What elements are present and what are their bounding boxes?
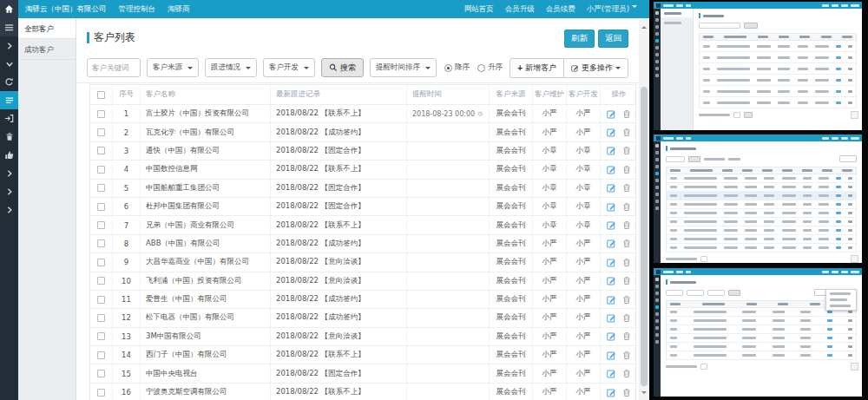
sidebar-export-item[interactable] xyxy=(0,109,18,128)
customer-source: 展会会刊 xyxy=(490,272,533,290)
more-actions-button[interactable]: 更多操作 xyxy=(563,58,628,78)
edit-icon[interactable] xyxy=(607,351,616,360)
develop-select[interactable]: 客户开发 xyxy=(263,58,315,77)
delete-icon[interactable] xyxy=(622,239,631,248)
row-checkbox[interactable] xyxy=(97,277,105,285)
delete-icon[interactable] xyxy=(622,351,631,360)
customer-maintainer: 小严 xyxy=(533,253,567,271)
nav-item-shop[interactable]: 淘驿商 xyxy=(168,4,190,15)
source-select[interactable]: 客户来源 xyxy=(147,58,199,77)
edit-icon[interactable] xyxy=(607,202,616,212)
scrollbar-thumb[interactable] xyxy=(641,87,648,386)
add-customer-button[interactable]: 新增客户 xyxy=(510,58,564,78)
nav-item-member-renew[interactable]: 会员续费 xyxy=(546,4,575,15)
refresh-button[interactable]: 刷新 xyxy=(564,30,595,48)
edit-icon[interactable] xyxy=(607,220,616,230)
delete-icon[interactable] xyxy=(622,369,631,378)
edit-icon[interactable] xyxy=(607,331,616,341)
row-checkbox[interactable] xyxy=(97,147,105,154)
customer-maintainer: 小严 xyxy=(533,235,567,252)
sidebar-group-1[interactable] xyxy=(0,36,18,55)
sidebar-group-2[interactable] xyxy=(0,164,18,182)
nav-item-site-home[interactable]: 网站首页 xyxy=(464,4,494,15)
edit-icon[interactable] xyxy=(607,109,616,119)
edit-icon[interactable] xyxy=(607,239,616,248)
row-checkbox[interactable] xyxy=(97,110,105,118)
scroll-up-arrow[interactable] xyxy=(641,23,647,29)
preview-screenshot-3[interactable] xyxy=(654,268,862,397)
row-checkbox[interactable] xyxy=(97,332,105,340)
remind-time-cell xyxy=(407,384,490,400)
customer-name: 爱普生（中国）有限公司 xyxy=(141,291,271,308)
row-checkbox[interactable] xyxy=(97,128,105,136)
delete-icon[interactable] xyxy=(622,202,631,212)
delete-icon[interactable] xyxy=(622,183,631,193)
delete-icon[interactable] xyxy=(622,276,631,285)
edit-icon[interactable] xyxy=(607,388,616,397)
row-checkbox[interactable] xyxy=(97,166,105,174)
delete-icon[interactable] xyxy=(622,128,631,137)
user-account-menu[interactable]: 小严(管理员) xyxy=(587,4,637,15)
row-checkbox[interactable] xyxy=(97,239,105,247)
preview-screenshot-2[interactable] xyxy=(654,134,862,263)
edit-icon[interactable] xyxy=(607,183,616,193)
sidebar-item-success-customers[interactable]: 成功客户 xyxy=(18,39,76,60)
edit-icon[interactable] xyxy=(607,128,616,137)
delete-icon[interactable] xyxy=(622,220,631,230)
row-checkbox[interactable] xyxy=(97,221,105,229)
edit-icon[interactable] xyxy=(607,313,616,323)
search-button[interactable]: 搜索 xyxy=(321,58,364,77)
sidebar-success-item[interactable] xyxy=(0,146,18,164)
delete-icon[interactable] xyxy=(622,109,631,119)
row-checkbox[interactable] xyxy=(97,184,105,192)
nav-item-member-upgrade[interactable]: 会员升级 xyxy=(505,4,535,15)
row-checkbox[interactable] xyxy=(97,314,105,322)
sidebar-group-expanded[interactable] xyxy=(0,55,18,73)
edit-icon[interactable] xyxy=(607,258,616,267)
delete-icon[interactable] xyxy=(622,388,631,397)
sidebar-followup-item[interactable] xyxy=(0,73,18,91)
row-checkbox[interactable] xyxy=(97,296,105,304)
scroll-down-arrow[interactable] xyxy=(641,391,647,397)
delete-icon[interactable] xyxy=(622,146,631,155)
sidebar-recycle-item[interactable] xyxy=(0,128,18,146)
alarm-icon[interactable] xyxy=(477,109,483,118)
sort-desc-radio[interactable]: 降序 xyxy=(444,62,470,73)
nav-item-console[interactable]: 管理控制台 xyxy=(119,4,156,15)
row-checkbox[interactable] xyxy=(97,259,105,266)
home-icon xyxy=(4,4,14,14)
delete-icon[interactable] xyxy=(622,258,631,267)
keyword-input[interactable] xyxy=(87,58,141,77)
delete-icon[interactable] xyxy=(622,165,631,174)
sidebar-item-all-customers[interactable]: 全部客户 xyxy=(18,18,76,39)
remind-sort-select[interactable]: 提醒时间排序 xyxy=(370,58,437,77)
customer-name: 富士胶片（中国）投资有限公司 xyxy=(141,105,271,122)
customer-name: 大昌华嘉商业（中国）有限公司 xyxy=(141,253,271,271)
delete-icon[interactable] xyxy=(622,331,631,341)
sort-asc-radio[interactable]: 升序 xyxy=(477,62,503,73)
back-button[interactable]: 返回 xyxy=(598,30,628,48)
row-checkbox[interactable] xyxy=(97,389,105,397)
edit-icon[interactable] xyxy=(607,276,616,285)
row-checkbox[interactable] xyxy=(97,370,105,377)
preview-screenshot-1[interactable] xyxy=(654,2,862,130)
row-checkbox[interactable] xyxy=(97,203,105,211)
select-all-checkbox[interactable] xyxy=(97,91,105,99)
sidebar-group-3[interactable] xyxy=(0,182,18,200)
company-brand[interactable]: 淘驿云（中国）有限公司 xyxy=(25,4,107,15)
sidebar-group-4[interactable] xyxy=(0,200,18,219)
latest-followup-record: 2018/08/22 【联系不上】 xyxy=(271,346,407,364)
home-button[interactable] xyxy=(0,0,18,18)
delete-icon[interactable] xyxy=(622,295,631,305)
vertical-scrollbar[interactable] xyxy=(639,18,649,400)
table-row: 3 通快（中国）有限公司 2018/08/22 【固定合作】 展会会刊 小章 小… xyxy=(90,141,635,160)
menu-toggle-button[interactable] xyxy=(0,18,18,36)
row-checkbox[interactable] xyxy=(97,351,105,359)
followup-select[interactable]: 跟进情况 xyxy=(205,58,257,77)
edit-icon[interactable] xyxy=(607,369,616,378)
edit-icon[interactable] xyxy=(607,146,616,155)
sidebar-customer-list-item[interactable] xyxy=(0,91,18,109)
edit-icon[interactable] xyxy=(607,295,616,305)
edit-icon[interactable] xyxy=(607,165,616,174)
delete-icon[interactable] xyxy=(622,313,631,323)
